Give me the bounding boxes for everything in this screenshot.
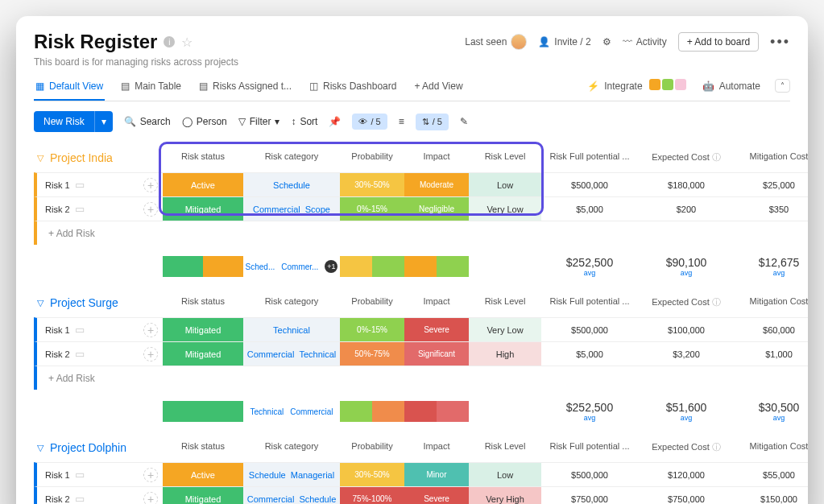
money-cell[interactable]: $25,000 bbox=[735, 172, 808, 196]
risk-status-cell[interactable]: Mitigated bbox=[163, 318, 243, 341]
column-header[interactable]: Impact bbox=[404, 436, 469, 462]
risk-status-cell[interactable]: Mitigated bbox=[163, 487, 243, 504]
group-name[interactable]: Project India bbox=[50, 151, 113, 164]
money-cell[interactable]: $150,000 bbox=[735, 486, 808, 504]
column-header[interactable]: Expected Cost ⓘ bbox=[638, 291, 735, 317]
money-cell[interactable]: $750,000 bbox=[541, 486, 638, 504]
risk-level-cell[interactable]: Very Low bbox=[469, 197, 541, 221]
impact-cell[interactable]: Severe bbox=[404, 318, 469, 341]
add-view-button[interactable]: + Add View bbox=[412, 77, 464, 95]
column-header[interactable]: Impact bbox=[404, 291, 469, 317]
integrate-button[interactable]: ⚡Integrate bbox=[586, 76, 687, 96]
row-height-button[interactable]: ≡ bbox=[399, 116, 404, 127]
group-toggle-icon[interactable]: ▽ bbox=[37, 443, 43, 453]
color-button[interactable]: ✎ bbox=[460, 116, 468, 127]
impact-cell[interactable]: Significant bbox=[404, 342, 469, 366]
column-header[interactable]: Risk category bbox=[243, 291, 340, 317]
impact-cell[interactable]: Moderate bbox=[404, 173, 469, 196]
add-person-icon[interactable]: + bbox=[143, 323, 158, 337]
add-person-icon[interactable]: + bbox=[143, 202, 158, 217]
money-cell[interactable]: $5,000 bbox=[541, 196, 638, 221]
money-cell[interactable]: $120,000 bbox=[638, 462, 735, 486]
add-to-board-button[interactable]: + Add to board bbox=[678, 32, 759, 52]
view-main-table[interactable]: ▤Main Table bbox=[119, 77, 183, 95]
expand-icon[interactable]: ▭ bbox=[75, 348, 85, 360]
column-header[interactable]: Risk Full potential ... bbox=[541, 436, 638, 462]
risk-status-cell[interactable]: Active bbox=[163, 173, 243, 196]
risk-status-cell[interactable]: Mitigated bbox=[163, 342, 243, 366]
last-seen[interactable]: Last seen bbox=[465, 34, 527, 50]
risk-row-name[interactable]: Risk 2▭+ bbox=[34, 196, 163, 221]
money-cell[interactable]: $55,000 bbox=[735, 462, 808, 486]
info-icon[interactable]: ⓘ bbox=[712, 297, 721, 307]
info-icon[interactable]: ⓘ bbox=[712, 442, 721, 452]
risk-category-cell[interactable]: CommercialSchedule bbox=[243, 487, 340, 504]
column-header[interactable]: Risk Level bbox=[469, 436, 541, 462]
risk-level-cell[interactable]: High bbox=[469, 342, 541, 366]
new-risk-button[interactable]: New Risk▾ bbox=[34, 111, 113, 132]
apps-icon[interactable]: ⚙ bbox=[602, 36, 611, 48]
risk-level-cell[interactable]: Very Low bbox=[469, 318, 541, 341]
risk-category-cell[interactable]: CommercialScope bbox=[243, 197, 340, 221]
risk-status-cell[interactable]: Mitigated bbox=[163, 197, 243, 221]
add-person-icon[interactable]: + bbox=[143, 492, 158, 505]
column-header[interactable]: Risk status bbox=[163, 147, 243, 172]
star-icon[interactable]: ☆ bbox=[181, 35, 193, 50]
impact-cell[interactable]: Minor bbox=[404, 463, 469, 486]
money-cell[interactable]: $500,000 bbox=[541, 462, 638, 486]
probability-cell[interactable]: 75%-100% bbox=[340, 487, 404, 504]
money-cell[interactable]: $350 bbox=[735, 196, 808, 221]
money-cell[interactable]: $1,000 bbox=[735, 341, 808, 366]
invite-button[interactable]: 👤Invite / 2 bbox=[538, 36, 590, 48]
expand-icon[interactable]: ▭ bbox=[75, 469, 85, 481]
sort-button[interactable]: ↕Sort bbox=[291, 116, 317, 127]
risk-level-cell[interactable]: Low bbox=[469, 173, 541, 196]
column-header[interactable]: Risk Full potential ... bbox=[541, 291, 638, 317]
risk-level-cell[interactable]: Low bbox=[469, 463, 541, 486]
money-cell[interactable]: $180,000 bbox=[638, 172, 735, 196]
money-cell[interactable]: $500,000 bbox=[541, 172, 638, 196]
risk-category-cell[interactable]: ScheduleManagerial bbox=[243, 463, 340, 486]
search-button[interactable]: 🔍Search bbox=[124, 116, 171, 127]
add-person-icon[interactable]: + bbox=[143, 347, 158, 361]
column-header[interactable]: Probability bbox=[340, 436, 404, 462]
column-header[interactable]: Risk Level bbox=[469, 147, 541, 172]
risk-category-cell[interactable]: Schedule bbox=[243, 173, 340, 196]
group-toggle-icon[interactable]: ▽ bbox=[37, 298, 43, 308]
expand-icon[interactable]: ▭ bbox=[75, 203, 85, 215]
add-risk-button[interactable]: + Add Risk bbox=[34, 221, 808, 245]
column-header[interactable]: Risk status bbox=[163, 291, 243, 317]
risk-category-cell[interactable]: CommercialTechnical bbox=[243, 342, 340, 366]
person-filter-button[interactable]: ◯Person bbox=[182, 116, 227, 127]
filter-button[interactable]: ▽Filter▾ bbox=[238, 116, 280, 127]
hidden-columns-pill[interactable]: 👁/ 5 bbox=[352, 114, 387, 130]
column-header[interactable]: Mitigation Cost bbox=[735, 291, 808, 317]
expand-icon[interactable]: ▭ bbox=[75, 324, 85, 336]
probability-cell[interactable]: 50%-75% bbox=[340, 342, 404, 366]
probability-cell[interactable]: 0%-15% bbox=[340, 197, 404, 221]
risk-row-name[interactable]: Risk 2▭+ bbox=[34, 341, 163, 366]
money-cell[interactable]: $100,000 bbox=[638, 317, 735, 341]
view-risks-dashboard[interactable]: ◫Risks Dashboard bbox=[308, 77, 398, 95]
money-cell[interactable]: $3,200 bbox=[638, 341, 735, 366]
column-header[interactable]: Probability bbox=[340, 147, 404, 172]
risk-row-name[interactable]: Risk 1▭+ bbox=[34, 317, 163, 341]
probability-cell[interactable]: 30%-50% bbox=[340, 463, 404, 486]
risk-level-cell[interactable]: Very High bbox=[469, 487, 541, 504]
height-pill[interactable]: ⇅/ 5 bbox=[416, 114, 449, 130]
expand-icon[interactable]: ▭ bbox=[75, 179, 85, 191]
column-header[interactable]: Risk category bbox=[243, 147, 340, 172]
activity-button[interactable]: 〰Activity bbox=[623, 36, 667, 48]
view-default[interactable]: ▦Default View bbox=[34, 77, 105, 101]
automate-button[interactable]: 🤖Automate bbox=[701, 77, 762, 95]
column-header[interactable]: Expected Cost ⓘ bbox=[638, 147, 735, 172]
group-name[interactable]: Project Surge bbox=[50, 296, 118, 309]
add-person-icon[interactable]: + bbox=[143, 178, 158, 192]
column-header[interactable]: Risk Full potential ... bbox=[541, 147, 638, 172]
money-cell[interactable]: $5,000 bbox=[541, 341, 638, 366]
more-menu-icon[interactable]: ••• bbox=[770, 34, 790, 51]
add-risk-button[interactable]: + Add Risk bbox=[34, 366, 808, 390]
column-header[interactable]: Risk status bbox=[163, 436, 243, 462]
risk-status-cell[interactable]: Active bbox=[163, 463, 243, 486]
group-name[interactable]: Project Dolphin bbox=[50, 441, 126, 454]
